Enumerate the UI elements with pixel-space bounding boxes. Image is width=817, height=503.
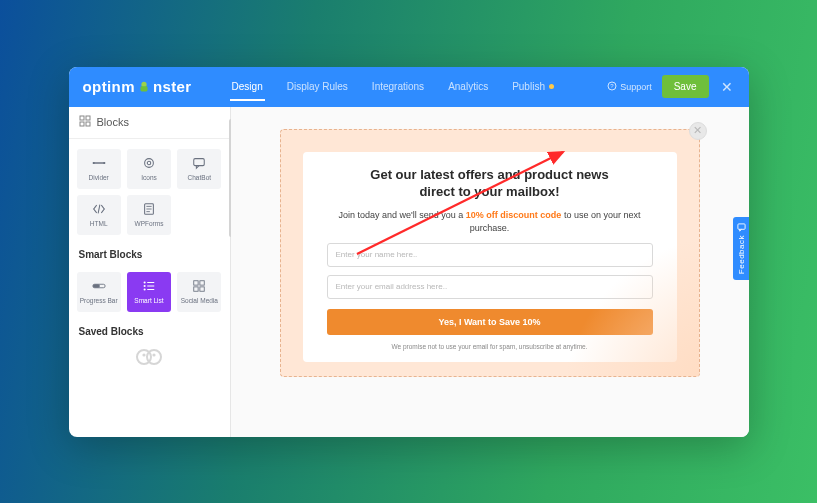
popup-sub-pre: Join today and we'll send you a: [339, 210, 466, 220]
svg-point-11: [145, 159, 154, 168]
popup-heading: Get our latest offers and product news d…: [327, 166, 653, 201]
sidebar-blocks-title: Blocks: [97, 116, 129, 128]
saved-blocks-area: [69, 339, 230, 367]
popup-disclaimer: We promise not to use your email for spa…: [327, 343, 653, 350]
name-placeholder: Enter your name here..: [336, 250, 418, 259]
submit-label: Yes, I Want to Save 10%: [438, 317, 540, 327]
svg-point-23: [144, 285, 146, 287]
svg-rect-29: [194, 287, 198, 291]
block-wpforms[interactable]: WPForms: [127, 195, 171, 235]
sidebar-saved-title: Saved Blocks: [69, 318, 230, 339]
support-icon: ?: [607, 81, 617, 93]
svg-rect-7: [86, 122, 90, 126]
svg-line-14: [98, 205, 100, 214]
tab-display-rules[interactable]: Display Rules: [275, 67, 360, 107]
block-divider[interactable]: Divider: [77, 149, 121, 189]
block-chatbot[interactable]: ChatBot: [177, 149, 221, 189]
save-button-label: Save: [674, 81, 697, 92]
popup-subtext: Join today and we'll send you a 10% off …: [327, 209, 653, 235]
block-wpforms-label: WPForms: [135, 220, 164, 227]
svg-rect-20: [93, 284, 100, 288]
topbar: optinm nster Design Display Rules Integr…: [69, 67, 749, 107]
sidebar-header: Blocks: [69, 107, 230, 139]
svg-rect-1: [140, 86, 147, 91]
canvas: ✕ Get our latest offers and product news…: [231, 107, 749, 437]
block-progress-bar[interactable]: Progress Bar: [77, 272, 121, 312]
sidebar-smart-title: Smart Blocks: [69, 241, 230, 262]
popup-heading-l1: Get our latest offers and product news: [370, 167, 608, 182]
svg-point-10: [103, 162, 105, 164]
block-chatbot-label: ChatBot: [188, 174, 212, 181]
body: Blocks Divider Icons ChatBot HTML WPForm…: [69, 107, 749, 437]
close-editor-button[interactable]: ✕: [719, 79, 735, 95]
block-smart-list-label: Smart List: [134, 297, 163, 304]
brand-mark-icon: [137, 80, 151, 94]
svg-rect-27: [194, 281, 198, 285]
popup-heading-l2: direct to your mailbox!: [419, 184, 559, 199]
svg-rect-28: [200, 281, 204, 285]
tab-analytics[interactable]: Analytics: [436, 67, 500, 107]
tab-design[interactable]: Design: [220, 67, 275, 107]
tab-integrations-label: Integrations: [372, 81, 424, 92]
support-label: Support: [620, 82, 652, 92]
svg-rect-13: [194, 159, 205, 166]
block-progress-label: Progress Bar: [80, 297, 118, 304]
nav: Design Display Rules Integrations Analyt…: [220, 67, 566, 107]
brand-text-a: optinm: [83, 78, 135, 95]
block-smart-list[interactable]: Smart List: [127, 272, 171, 312]
svg-rect-6: [80, 122, 84, 126]
submit-button[interactable]: Yes, I Want to Save 10%: [327, 309, 653, 335]
svg-point-12: [147, 161, 151, 165]
tab-integrations[interactable]: Integrations: [360, 67, 436, 107]
svg-point-9: [92, 162, 94, 164]
name-input[interactable]: Enter your name here..: [327, 243, 653, 267]
svg-rect-5: [86, 116, 90, 120]
block-social-label: Social Media: [181, 297, 218, 304]
svg-point-25: [144, 288, 146, 290]
popup-sub-highlight: 10% off discount code: [466, 210, 562, 220]
svg-point-34: [152, 353, 155, 356]
brand-text-b: nster: [153, 78, 192, 95]
tab-publish[interactable]: Publish: [500, 67, 566, 107]
svg-rect-36: [737, 223, 744, 228]
email-placeholder: Enter your email address here..: [336, 282, 448, 291]
save-button[interactable]: Save: [662, 75, 709, 98]
popup-content: Get our latest offers and product news d…: [303, 152, 677, 362]
sidebar-blocks: Divider Icons ChatBot HTML WPForms: [69, 139, 230, 241]
block-icons-label: Icons: [141, 174, 157, 181]
svg-text:?: ?: [611, 83, 615, 89]
tab-analytics-label: Analytics: [448, 81, 488, 92]
sidebar: Blocks Divider Icons ChatBot HTML WPForm…: [69, 107, 231, 437]
topbar-right: ? Support Save ✕: [607, 75, 734, 98]
tab-design-label: Design: [232, 81, 263, 92]
blocks-icon: [79, 115, 91, 129]
sidebar-smart-blocks: Progress Bar Smart List Social Media: [69, 262, 230, 318]
app-window: optinm nster Design Display Rules Integr…: [69, 67, 749, 437]
feedback-tab[interactable]: Feedback: [733, 217, 749, 280]
block-social-media[interactable]: Social Media: [177, 272, 221, 312]
feedback-icon: [737, 223, 746, 232]
email-input[interactable]: Enter your email address here..: [327, 275, 653, 299]
svg-point-33: [142, 353, 145, 356]
tab-publish-label: Publish: [512, 81, 545, 92]
svg-rect-30: [200, 287, 204, 291]
publish-dot-icon: [549, 84, 554, 89]
block-icons[interactable]: Icons: [127, 149, 171, 189]
brand-logo: optinm nster: [83, 78, 192, 95]
popup-frame: ✕ Get our latest offers and product news…: [280, 129, 700, 377]
popup-close-button[interactable]: ✕: [689, 122, 707, 140]
block-html[interactable]: HTML: [77, 195, 121, 235]
svg-rect-4: [80, 116, 84, 120]
svg-point-21: [144, 281, 146, 283]
support-link[interactable]: ? Support: [607, 81, 652, 93]
tab-display-rules-label: Display Rules: [287, 81, 348, 92]
block-html-label: HTML: [90, 220, 108, 227]
feedback-label: Feedback: [737, 235, 746, 274]
block-divider-label: Divider: [89, 174, 109, 181]
saved-placeholder-icon: [132, 345, 166, 367]
svg-point-32: [147, 350, 161, 364]
